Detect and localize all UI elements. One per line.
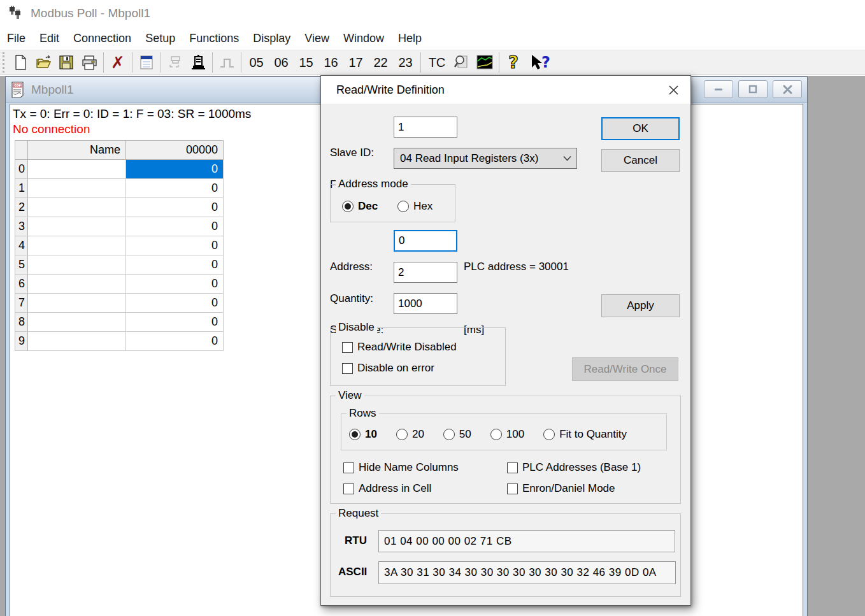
- rows-50-option[interactable]: 50: [443, 428, 471, 441]
- dec-radio[interactable]: [342, 201, 354, 212]
- connect-button[interactable]: [187, 52, 210, 73]
- plc-addresses-checkbox[interactable]: [507, 462, 518, 473]
- child-minimize-button[interactable]: [704, 80, 733, 98]
- menu-file[interactable]: File: [0, 29, 32, 48]
- rows-100-radio[interactable]: [490, 429, 502, 440]
- slave-id-input[interactable]: 1: [394, 117, 457, 138]
- grid-corner-header[interactable]: [15, 141, 28, 160]
- function-17-button[interactable]: 17: [343, 52, 368, 73]
- ok-button[interactable]: OK: [601, 117, 680, 140]
- row-header[interactable]: 3: [15, 217, 28, 236]
- delete-button[interactable]: ✗: [106, 52, 129, 73]
- dec-radio-option[interactable]: Dec: [342, 200, 378, 213]
- name-cell[interactable]: [28, 294, 126, 313]
- row-header[interactable]: 4: [15, 236, 28, 255]
- print-button[interactable]: [78, 52, 101, 73]
- save-button[interactable]: [55, 52, 78, 73]
- function-23-button[interactable]: 23: [393, 52, 418, 73]
- row-header[interactable]: 2: [15, 198, 28, 217]
- read-write-disabled-option[interactable]: Read/Write Disabled: [342, 341, 457, 354]
- hide-name-columns-checkbox[interactable]: [343, 462, 354, 473]
- value-cell[interactable]: 0: [126, 198, 224, 217]
- rows-20-option[interactable]: 20: [396, 428, 424, 441]
- name-cell[interactable]: [28, 198, 126, 217]
- hex-radio[interactable]: [397, 201, 409, 212]
- enron-daniel-option[interactable]: Enron/Daniel Mode: [507, 482, 615, 495]
- value-cell[interactable]: 0: [126, 275, 224, 294]
- row-header[interactable]: 7: [15, 294, 28, 313]
- address-in-cell-checkbox[interactable]: [343, 483, 354, 494]
- name-cell[interactable]: [28, 160, 126, 179]
- toolbar-gripper[interactable]: [3, 52, 5, 73]
- fit-to-quantity-radio[interactable]: [543, 429, 555, 440]
- value-cell[interactable]: 0: [126, 332, 224, 351]
- value-cell[interactable]: 0: [126, 179, 224, 198]
- rows-20-radio[interactable]: [396, 429, 408, 440]
- pulse-button[interactable]: [215, 52, 238, 73]
- grid-value-header[interactable]: 00000: [126, 141, 224, 160]
- menu-help[interactable]: Help: [391, 29, 429, 48]
- address-in-cell-option[interactable]: Address in Cell: [343, 482, 431, 495]
- apply-button[interactable]: Apply: [601, 294, 680, 317]
- hide-name-columns-option[interactable]: Hide Name Columns: [343, 461, 459, 474]
- fit-to-quantity-option[interactable]: Fit to Quantity: [543, 428, 627, 441]
- help-button[interactable]: ?: [502, 52, 525, 73]
- menu-connection[interactable]: Connection: [66, 29, 138, 48]
- menu-window[interactable]: Window: [336, 29, 391, 48]
- name-cell[interactable]: [28, 332, 126, 351]
- name-cell[interactable]: [28, 179, 126, 198]
- new-button[interactable]: [9, 52, 32, 73]
- row-header[interactable]: 6: [15, 275, 28, 294]
- rows-10-option[interactable]: 10: [349, 428, 377, 441]
- rows-100-option[interactable]: 100: [490, 428, 524, 441]
- context-help-button[interactable]: ?: [525, 52, 554, 73]
- menu-functions[interactable]: Functions: [182, 29, 246, 48]
- read-write-disabled-checkbox[interactable]: [342, 342, 353, 353]
- value-cell[interactable]: 0: [126, 294, 224, 313]
- cancel-button[interactable]: Cancel: [601, 149, 680, 172]
- name-cell[interactable]: [28, 255, 126, 275]
- rows-50-radio[interactable]: [443, 429, 455, 440]
- rows-10-radio[interactable]: [349, 429, 361, 440]
- menu-display[interactable]: Display: [246, 29, 297, 48]
- child-maximize-button[interactable]: [738, 80, 768, 98]
- value-cell[interactable]: 0: [126, 217, 224, 236]
- disable-on-error-option[interactable]: Disable on error: [342, 362, 434, 375]
- disable-on-error-checkbox[interactable]: [342, 363, 353, 374]
- address-input[interactable]: 0: [394, 230, 457, 252]
- function-select[interactable]: 04 Read Input Registers (3x): [394, 148, 577, 169]
- row-header[interactable]: 9: [15, 332, 28, 351]
- child-close-button[interactable]: [773, 80, 802, 98]
- enron-daniel-checkbox[interactable]: [507, 483, 518, 494]
- communication-traffic-button[interactable]: [450, 52, 473, 73]
- scan-rate-input[interactable]: 1000: [394, 293, 457, 314]
- menu-setup[interactable]: Setup: [138, 29, 182, 48]
- function-16-button[interactable]: 16: [318, 52, 343, 73]
- function-15-button[interactable]: 15: [294, 52, 318, 73]
- value-cell[interactable]: 0: [126, 313, 224, 332]
- read-write-once-button[interactable]: Read/Write Once: [572, 357, 678, 381]
- hex-radio-option[interactable]: Hex: [397, 200, 432, 213]
- tc-button[interactable]: TC: [424, 52, 450, 73]
- poll-definition-button[interactable]: [164, 52, 187, 73]
- value-cell[interactable]: 0: [126, 236, 224, 255]
- chart-button[interactable]: [473, 52, 496, 73]
- name-cell[interactable]: [28, 217, 126, 236]
- dialog-close-icon[interactable]: [668, 85, 679, 96]
- row-header[interactable]: 0: [15, 160, 28, 179]
- name-cell[interactable]: [28, 275, 126, 294]
- open-button[interactable]: [32, 52, 55, 73]
- row-header[interactable]: 8: [15, 313, 28, 332]
- row-header[interactable]: 5: [15, 255, 28, 275]
- value-cell-selected[interactable]: 0: [126, 160, 224, 179]
- name-cell[interactable]: [28, 313, 126, 332]
- dialog-titlebar[interactable]: Read/Write Definition: [321, 76, 690, 104]
- name-cell[interactable]: [28, 236, 126, 255]
- function-05-button[interactable]: 05: [244, 52, 269, 73]
- function-22-button[interactable]: 22: [368, 52, 393, 73]
- function-06-button[interactable]: 06: [269, 52, 294, 73]
- grid-name-header[interactable]: Name: [28, 141, 126, 160]
- menu-view[interactable]: View: [297, 29, 336, 48]
- setup-window-button[interactable]: [135, 52, 158, 73]
- row-header[interactable]: 1: [15, 179, 28, 198]
